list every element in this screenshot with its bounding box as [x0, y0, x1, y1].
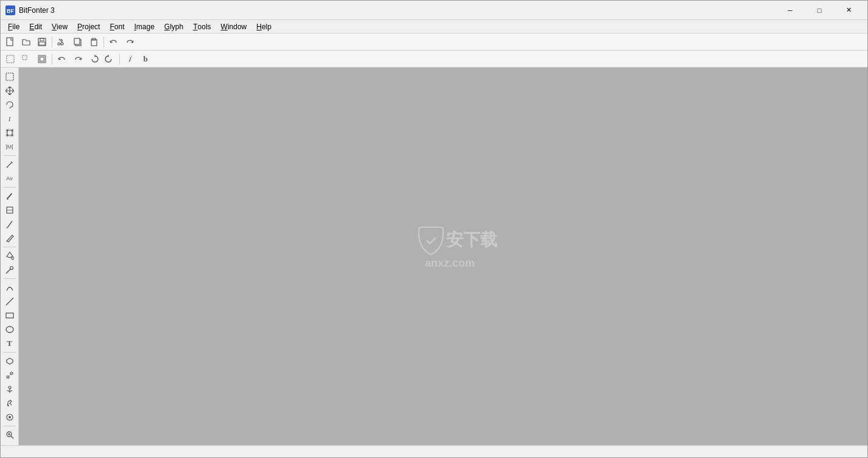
- svg-point-31: [12, 257, 14, 259]
- menu-glyph[interactable]: Glyph: [159, 20, 188, 33]
- svg-point-21: [6, 135, 8, 136]
- svg-text:BF: BF: [7, 8, 14, 14]
- open-button[interactable]: [19, 35, 33, 49]
- menu-tools[interactable]: Tools: [188, 20, 215, 33]
- paint-bucket-tool[interactable]: [2, 396, 17, 410]
- toolbox-sep1: [4, 155, 16, 156]
- copy-button[interactable]: [71, 35, 85, 49]
- ellipse-tool[interactable]: [2, 323, 17, 336]
- svg-point-41: [9, 386, 11, 389]
- contour-tool[interactable]: [2, 354, 17, 368]
- pan-tool[interactable]: [2, 84, 17, 97]
- invert-selection-button[interactable]: [35, 52, 49, 66]
- redo-button[interactable]: [122, 35, 137, 49]
- menu-window[interactable]: Window: [216, 20, 252, 33]
- toolbar2: 𝑖 b: [1, 51, 867, 68]
- select-rect-tool[interactable]: [2, 70, 17, 83]
- svg-point-44: [9, 416, 11, 418]
- svg-point-8: [58, 43, 60, 45]
- svg-line-46: [11, 436, 13, 439]
- svg-rect-2: [7, 38, 13, 46]
- svg-rect-14: [7, 55, 14, 63]
- minimize-button[interactable]: ─: [776, 1, 804, 20]
- toolbox-sep5: [4, 352, 16, 353]
- toolbox-sep2: [4, 187, 16, 188]
- fill-tool[interactable]: [2, 249, 17, 262]
- svg-point-37: [6, 326, 13, 333]
- eyedropper-tool[interactable]: [2, 263, 17, 277]
- watermark: 安下载 anxz.com: [364, 224, 522, 289]
- knife-tool[interactable]: [2, 231, 17, 245]
- toolbox-sep3: [4, 247, 16, 247]
- toolbar1: [1, 33, 867, 51]
- svg-marker-30: [7, 252, 13, 258]
- cut-button[interactable]: [55, 35, 69, 49]
- zoom-tool[interactable]: [2, 428, 17, 442]
- curve-tool[interactable]: [2, 281, 17, 294]
- bold-button[interactable]: b: [138, 52, 153, 66]
- metrics-tool[interactable]: |M|: [2, 140, 17, 153]
- menu-view[interactable]: View: [47, 20, 72, 33]
- menu-file[interactable]: File: [3, 20, 24, 33]
- svg-point-33: [10, 267, 13, 270]
- toolbox: I |M| Av: [1, 68, 19, 445]
- menu-image[interactable]: Image: [129, 20, 159, 33]
- svg-line-38: [7, 372, 13, 378]
- lasso-tool[interactable]: [2, 98, 17, 111]
- svg-rect-15: [23, 55, 27, 60]
- svg-rect-5: [39, 42, 45, 45]
- save-button[interactable]: [35, 35, 49, 49]
- brush-tool[interactable]: [2, 189, 17, 203]
- menu-bar: File Edit View Project Font Image Glyph …: [1, 20, 867, 33]
- toolbar2-sep1: [52, 54, 52, 65]
- new-button[interactable]: [3, 35, 18, 49]
- anchor-tool[interactable]: [2, 382, 17, 396]
- svg-rect-18: [6, 73, 13, 80]
- select-all-button[interactable]: [3, 52, 18, 66]
- italic-button[interactable]: 𝑖: [122, 52, 137, 66]
- canvas-area[interactable]: 安下载 anxz.com: [19, 68, 867, 445]
- app-title: BitFonter 3: [19, 6, 776, 15]
- maximize-button[interactable]: □: [805, 1, 833, 20]
- svg-rect-11: [74, 38, 80, 44]
- paste-button[interactable]: [86, 35, 101, 49]
- undo2-button[interactable]: [55, 52, 69, 66]
- svg-point-22: [11, 135, 13, 136]
- svg-rect-36: [6, 313, 13, 318]
- kerning-tool[interactable]: Av: [2, 172, 17, 185]
- rect-shape-tool[interactable]: [2, 309, 17, 322]
- rotate-ccw-button[interactable]: [102, 52, 117, 66]
- close-button[interactable]: ✕: [835, 1, 863, 20]
- select-none-button[interactable]: [19, 52, 33, 66]
- pen-tool[interactable]: [2, 158, 17, 171]
- svg-rect-17: [40, 57, 44, 61]
- eyedropper2-tool[interactable]: [2, 410, 17, 424]
- menu-project[interactable]: Project: [72, 20, 105, 33]
- eraser-tool[interactable]: [2, 203, 17, 217]
- status-bar: [1, 445, 867, 457]
- node-edit-tool[interactable]: [2, 368, 17, 382]
- toolbar2-sep2: [119, 54, 120, 65]
- svg-line-34: [6, 272, 8, 273]
- undo-button[interactable]: [107, 35, 121, 49]
- rotate-cw-button[interactable]: [86, 52, 101, 66]
- text-cursor-tool[interactable]: I: [2, 112, 17, 125]
- svg-text:anxz.com: anxz.com: [425, 257, 475, 269]
- text-tool[interactable]: T: [2, 337, 17, 350]
- svg-line-35: [6, 298, 13, 305]
- pencil-tool[interactable]: [2, 217, 17, 231]
- toolbox-sep6: [4, 426, 16, 426]
- toolbox-sep4: [4, 278, 16, 279]
- svg-point-9: [61, 43, 63, 45]
- toolbar1-sep2: [103, 37, 104, 48]
- title-bar: BF BitFonter 3 ─ □ ✕: [1, 1, 867, 20]
- toolbar1-sep1: [52, 37, 52, 48]
- menu-font[interactable]: Font: [105, 20, 129, 33]
- menu-help[interactable]: Help: [251, 20, 276, 33]
- line-tool[interactable]: [2, 295, 17, 308]
- redo2-button[interactable]: [71, 52, 85, 66]
- main-area: I |M| Av: [1, 68, 867, 445]
- window-controls: ─ □ ✕: [776, 1, 863, 20]
- menu-edit[interactable]: Edit: [24, 20, 47, 33]
- transform-tool[interactable]: [2, 126, 17, 139]
